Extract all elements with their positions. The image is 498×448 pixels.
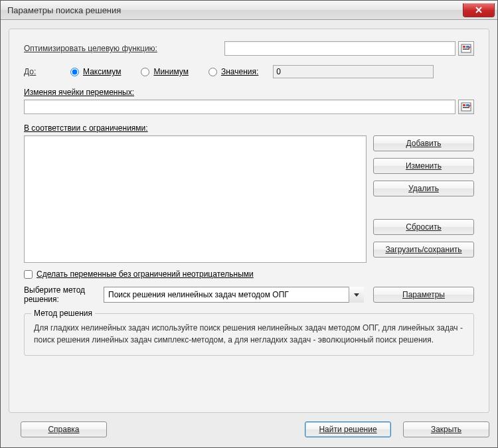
radio-min-input[interactable] xyxy=(141,68,149,76)
change-button[interactable]: Изменить xyxy=(373,158,474,174)
button-gap xyxy=(373,203,474,219)
constraints-area: Добавить Изменить Удалить Сбросить Загру… xyxy=(24,135,474,264)
objective-refedit-button[interactable] xyxy=(458,41,474,56)
method-groupbox: Метод решения Для гладких нелинейных зад… xyxy=(24,313,474,356)
close-button[interactable]: Закрыть xyxy=(403,421,489,437)
method-select[interactable]: Поиск решения нелинейных задач методом О… xyxy=(104,287,364,303)
constraints-listbox[interactable] xyxy=(24,135,367,263)
main-panel: Оптимизировать целевую функцию: До: Макс… xyxy=(9,29,489,413)
objective-label: Оптимизировать целевую функцию: xyxy=(24,44,224,53)
window-title: Параметры поиска решения xyxy=(7,5,121,15)
to-row: До: Максимум Минимум Значения: xyxy=(24,65,474,78)
variables-row xyxy=(24,100,474,114)
variables-input[interactable] xyxy=(24,100,456,114)
svg-rect-5 xyxy=(463,104,465,106)
reset-button[interactable]: Сбросить xyxy=(373,219,474,235)
radio-value-input[interactable] xyxy=(208,68,217,76)
close-icon xyxy=(475,7,483,13)
unconstrained-checkbox-row[interactable]: Сделать переменные без ограничений неотр… xyxy=(24,269,474,279)
method-row: Выберите метод решения: Поиск решения не… xyxy=(24,285,474,304)
add-button[interactable]: Добавить xyxy=(373,135,474,151)
solver-dialog: Параметры поиска решения Оптимизировать … xyxy=(0,0,498,448)
titlebar: Параметры поиска решения xyxy=(1,1,497,20)
svg-rect-2 xyxy=(466,46,469,48)
svg-rect-1 xyxy=(463,46,465,48)
delete-button[interactable]: Удалить xyxy=(373,181,474,196)
load-save-button[interactable]: Загрузить/сохранить xyxy=(373,242,474,258)
constraints-label: В соответствии с ограничениями: xyxy=(24,123,474,133)
method-groupbox-title: Метод решения xyxy=(31,309,95,318)
optimize-radio-group: Максимум Минимум Значения: xyxy=(70,65,434,78)
radio-max-input[interactable] xyxy=(70,68,79,76)
radio-max[interactable]: Максимум xyxy=(70,67,121,76)
svg-rect-6 xyxy=(466,104,469,106)
bottom-bar: Справка Найти решение Закрыть xyxy=(9,419,489,439)
radio-value[interactable]: Значения: xyxy=(208,67,258,76)
radio-min[interactable]: Минимум xyxy=(141,67,189,76)
method-label: Выберите метод решения: xyxy=(24,285,94,304)
unconstrained-label: Сделать переменные без ограничений неотр… xyxy=(37,269,254,279)
solve-button[interactable]: Найти решение xyxy=(305,421,391,437)
objective-input[interactable] xyxy=(224,41,456,56)
method-description: Для гладких нелинейных задач используйте… xyxy=(34,322,464,346)
to-label: До: xyxy=(24,67,57,76)
refedit-icon xyxy=(461,102,471,112)
variables-refedit-button[interactable] xyxy=(458,100,474,114)
variables-label: Изменяя ячейки переменных: xyxy=(24,88,474,97)
unconstrained-checkbox[interactable] xyxy=(24,270,33,279)
radio-max-label: Максимум xyxy=(83,67,121,76)
chevron-down-icon xyxy=(349,287,364,303)
params-button[interactable]: Параметры xyxy=(373,287,474,303)
radio-min-label: Минимум xyxy=(153,67,189,76)
radio-value-label: Значения: xyxy=(221,67,258,76)
refedit-icon xyxy=(461,44,471,53)
value-of-input[interactable] xyxy=(273,65,434,78)
window-close-button[interactable] xyxy=(463,3,495,17)
help-button[interactable]: Справка xyxy=(21,421,107,437)
constraints-buttons: Добавить Изменить Удалить Сбросить Загру… xyxy=(373,135,474,264)
objective-row: Оптимизировать целевую функцию: xyxy=(24,41,474,56)
method-select-value: Поиск решения нелинейных задач методом О… xyxy=(104,287,364,303)
